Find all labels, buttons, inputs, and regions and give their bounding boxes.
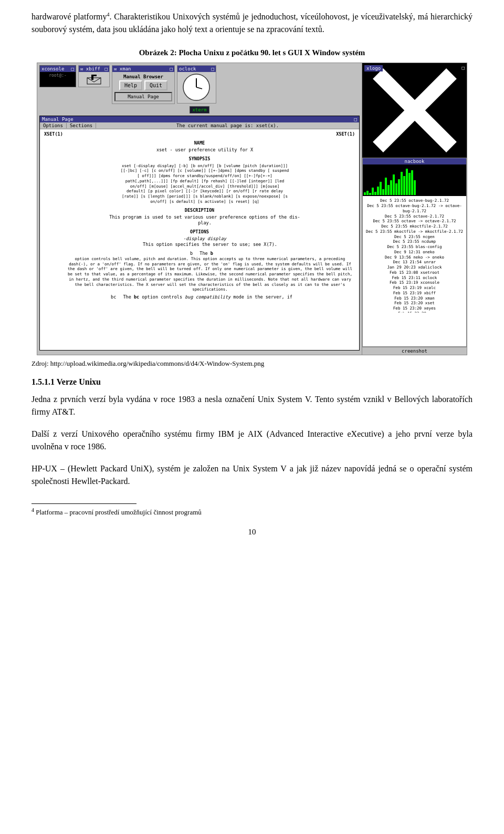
bar-5	[374, 192, 376, 195]
mp-content: XSET(1) XSET(1) NAME xset - user prefere…	[40, 129, 359, 350]
bar-3	[369, 193, 371, 195]
mp-menubar: Options Sections The current manual page…	[40, 122, 359, 129]
bar-20	[414, 180, 416, 195]
name-text: xset - user preference utility for X	[44, 147, 355, 153]
xset-left: XSET(1)	[44, 131, 63, 137]
synopsis-section-head: SYNOPSIS	[44, 156, 355, 162]
intro-text: hardwarové platformy	[32, 12, 107, 21]
manual-page-win: Manual Page □ Options Sections The curre…	[39, 116, 360, 351]
display-option-text: -display display	[183, 236, 226, 241]
log-entry: Feb 15 23:08 xsetroot	[365, 270, 464, 275]
xconsole-line: root@:-	[41, 73, 74, 78]
log-entry: Dec 5 23:55 ncgen	[365, 234, 464, 240]
log-entry: Dec 5 23:55 mkoctfile-2.1.72	[365, 224, 464, 229]
bar-2	[366, 191, 369, 195]
bar-6	[377, 187, 379, 195]
log-entry: Dec 5 23:55 mkoctfile -> mkoctfile-2.1.7…	[365, 229, 464, 234]
display-option: -display display	[44, 236, 355, 242]
log-entry: Dec 5 23:55 octave-bug-2.1.72	[365, 198, 464, 203]
bar-13	[395, 183, 397, 195]
log-entry: Feb 15 23:19 xconsole	[365, 280, 464, 285]
log-entry: Dec 5 23:55 blas-config	[365, 244, 464, 250]
bar-16	[403, 176, 405, 195]
help-button[interactable]: Help	[119, 80, 142, 90]
nacbook-graph	[363, 164, 466, 196]
mp-title-text: Manual Page	[42, 117, 74, 122]
x-logo-svg	[373, 68, 457, 152]
bar-1	[364, 192, 366, 195]
log-entry: Feb 15 23:20 xset	[365, 301, 464, 306]
xlogo-title: xlogo	[364, 65, 383, 71]
intro-paragraph: hardwarové platformy4. Charakteristikou …	[32, 11, 472, 36]
xset-right: XSET(1)	[336, 131, 355, 137]
bar-12	[393, 174, 395, 195]
svg-rect-2	[93, 75, 97, 76]
log-entry: Feb 15 23:20 xman	[365, 296, 464, 301]
xconsole-label: xconsole	[41, 66, 64, 71]
name-section-head: NAME	[44, 140, 355, 146]
svg-rect-0	[87, 78, 101, 84]
bar-19	[411, 170, 413, 195]
nacbook-title: nacbook	[363, 158, 466, 164]
xman-title: ✉ xman □	[112, 66, 174, 72]
xbiff-label: ✉ xbiff	[80, 66, 100, 71]
bc-desc: The bc option controls bug compatibility…	[119, 294, 292, 300]
log-entry: Feb 15 23:19 xbiff	[365, 291, 464, 296]
xconsole-title: xconsole □	[40, 66, 76, 72]
figure-caption: Obrázek 2: Plocha Unixu z počátku 90. le…	[32, 48, 472, 57]
xbiff-body	[79, 72, 109, 87]
oclock-close: □	[212, 66, 214, 71]
nacbook-win: nacbook	[362, 158, 467, 347]
xbiff-close: □	[105, 66, 108, 71]
section-title: Verze Unixu	[57, 377, 101, 386]
mp-titlebar: Manual Page □	[40, 116, 359, 122]
bc-option-row: bc The bc option controls bug compatibil…	[44, 294, 355, 300]
xconsole-body: root@:-	[40, 72, 76, 87]
xlogo-win: xlogo □	[362, 63, 467, 158]
xman-win: ✉ xman □ Manual Browser Help Quit Manual…	[112, 65, 175, 104]
oclock-label: oclock	[179, 66, 196, 71]
log-entry: Dec 13 21:54 unrar	[365, 260, 464, 265]
bar-9	[385, 178, 387, 195]
manual-browser-title-text: Manual Browser	[114, 74, 172, 79]
mp-sections[interactable]: Sections	[67, 123, 96, 128]
xbiff-title: ✉ xbiff □	[79, 66, 109, 72]
log-entry: Feb 15 23:20 xeyes	[365, 306, 464, 311]
bar-container	[363, 164, 466, 196]
manual-page-label: Manual Page	[114, 92, 172, 101]
bar-18	[408, 173, 411, 195]
description-text: This program is used to set various user…	[44, 214, 355, 226]
bar-10	[387, 185, 390, 195]
footnote: 4 Platforma – pracovní prostředí umožňuj…	[32, 507, 472, 517]
footnote-divider	[32, 503, 136, 504]
page-number: 10	[32, 528, 472, 537]
b-bold: The b	[195, 251, 213, 256]
log-entry: Jan 29 20:23 xdaliclock	[365, 265, 464, 270]
section-number: 1.5.1.1	[32, 377, 55, 386]
log-entry: Dec 5 23:55 octave -> octave-2.1.72	[365, 219, 464, 224]
xbiff-win: ✉ xbiff □	[78, 65, 110, 87]
bar-8	[382, 189, 384, 195]
oclock-title: oclock □	[177, 66, 216, 72]
xconsole-close: □	[71, 66, 74, 71]
para2: Další z verzí Unixového operačního systé…	[32, 428, 472, 453]
log-entry: Dec 9 12:31 oneko	[365, 250, 464, 255]
mp-options[interactable]: Options	[40, 123, 67, 128]
oclock-win: oclock □	[177, 65, 216, 104]
mp-status: The current manual page is: xset(x).	[96, 123, 359, 128]
log-entry: Feb 15 23:11 oclock	[365, 275, 464, 281]
log-entry: Dec 9 13:56 neko -> oneko	[365, 255, 464, 260]
figure-container: Obrázek 2: Plocha Unixu z počátku 90. le…	[32, 48, 472, 355]
footnote-text: Platforma – pracovní prostředí umožňujíc…	[36, 509, 202, 517]
bar-14	[398, 179, 400, 195]
quit-button[interactable]: Quit	[144, 80, 167, 90]
xterm-label: xterm	[192, 107, 206, 112]
bar-17	[406, 169, 408, 195]
b-option-row: b The b option controls bell volume, pit…	[44, 251, 355, 292]
bar-15	[401, 172, 403, 195]
xman-label: ✉ xman	[114, 66, 131, 71]
log-entry: Feb 15 23:20 .	[365, 311, 464, 313]
mp-title-close: □	[354, 117, 357, 122]
options-section-head: OPTIONS	[44, 229, 355, 235]
xwindow-left: xconsole □ root@:- ✉ xbiff □	[37, 63, 362, 355]
